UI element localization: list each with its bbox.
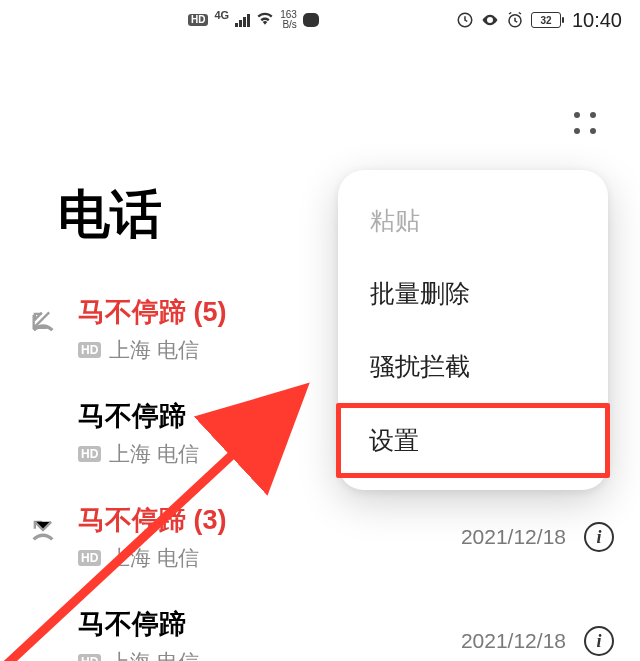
battery-icon: 32: [531, 12, 561, 28]
eye-icon: [481, 11, 499, 29]
call-row[interactable]: 马不停蹄 HD 上海 电信 2021/12/18 i: [0, 598, 640, 661]
call-date: 2021/12/18: [461, 629, 566, 653]
menu-item-settings[interactable]: 设置: [336, 403, 610, 478]
status-right: 32 10:40: [456, 9, 622, 32]
wifi-icon: [256, 11, 274, 29]
call-location: 上海 电信: [109, 440, 199, 468]
call-location: 上海 电信: [109, 648, 199, 661]
status-bar: HD 4G 163B/s 32 10:40: [0, 0, 640, 40]
info-icon[interactable]: i: [584, 522, 614, 552]
call-date: 2021/12/18: [461, 525, 566, 549]
info-icon[interactable]: i: [584, 626, 614, 656]
call-name: 马不停蹄 (3): [78, 502, 461, 538]
menu-item-block[interactable]: 骚扰拦截: [338, 330, 608, 403]
more-menu-button[interactable]: [574, 112, 596, 134]
status-left: HD 4G 163B/s: [188, 10, 319, 30]
call-location: 上海 电信: [109, 336, 199, 364]
call-location: 上海 电信: [109, 544, 199, 572]
hd-indicator: HD: [188, 14, 208, 26]
context-menu: 粘贴 批量删除 骚扰拦截 设置: [338, 170, 608, 490]
circle-icon: [456, 11, 474, 29]
network-gen: 4G: [214, 9, 229, 21]
hd-badge: HD: [78, 446, 101, 462]
missed-call-icon: [26, 513, 60, 547]
phone-screen: HD 4G 163B/s 32 10:40 电话: [0, 0, 640, 661]
call-row[interactable]: 马不停蹄 (3) HD 上海 电信 2021/12/18 i: [0, 494, 640, 598]
net-speed: 163B/s: [280, 10, 297, 30]
menu-item-paste[interactable]: 粘贴: [338, 184, 608, 257]
call-name: 马不停蹄: [78, 606, 461, 642]
hd-badge: HD: [78, 550, 101, 566]
signal-icon: [235, 13, 250, 27]
menu-item-batch-delete[interactable]: 批量删除: [338, 257, 608, 330]
clock: 10:40: [572, 9, 622, 32]
missed-call-icon: [26, 305, 60, 339]
hd-badge: HD: [78, 654, 101, 661]
message-icon: [303, 13, 319, 27]
alarm-icon: [506, 11, 524, 29]
hd-badge: HD: [78, 342, 101, 358]
